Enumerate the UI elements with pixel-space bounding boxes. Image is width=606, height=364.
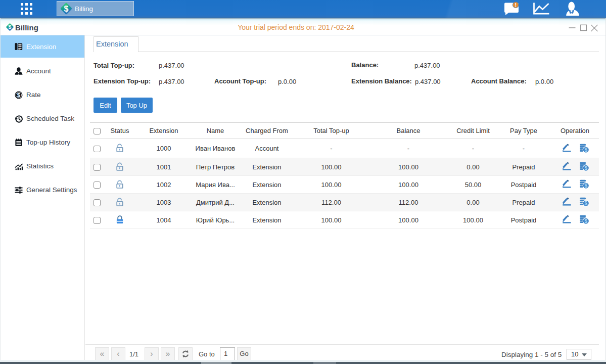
svg-text:$: $ [584,165,587,171]
svg-text:$: $ [64,5,69,13]
svg-text:!: ! [515,2,517,8]
svg-text:$: $ [584,147,587,153]
svg-text:$: $ [584,201,587,206]
svg-text:$: $ [584,218,587,224]
svg-text:$: $ [17,92,21,98]
svg-text:$: $ [584,183,587,189]
